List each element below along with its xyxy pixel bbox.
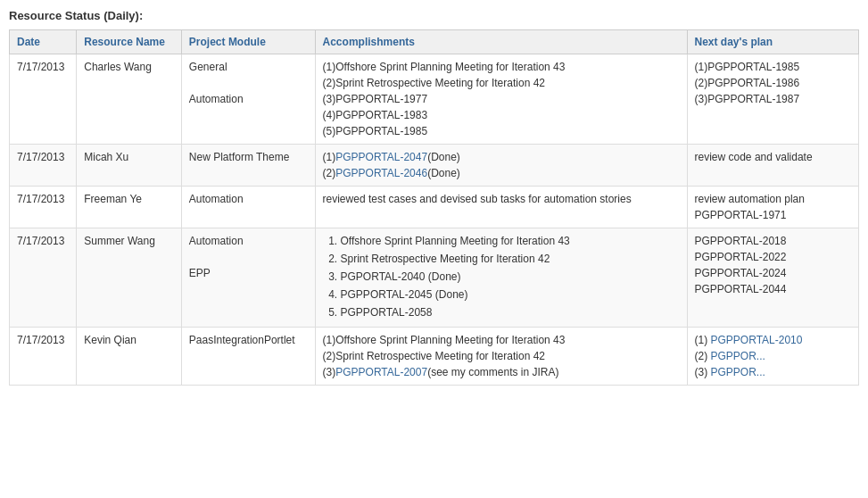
cell-nextday: review automation planPGPPORTAL-1971 [687, 187, 858, 228]
cell-resource: Charles Wang [77, 54, 182, 145]
table-row: 7/17/2013Freeman YeAutomationreviewed te… [10, 187, 859, 228]
cell-nextday: PGPPORTAL-2018PGPPORTAL-2022PGPPORTAL-20… [687, 228, 858, 328]
page-title: Resource Status (Daily): [9, 9, 859, 22]
list-item: PGPPORTAL-2045 (Done) [341, 286, 680, 303]
jira-link-nextday[interactable]: PGPPORTAL-2010 [711, 334, 803, 346]
cell-nextday: (1)PGPPORTAL-1985(2)PGPPORTAL-1986(3)PGP… [687, 54, 858, 145]
cell-nextday: review code and validate [687, 145, 858, 187]
table-header-row: Date Resource Name Project Module Accomp… [10, 30, 859, 54]
table-row: 7/17/2013Charles WangGeneralAutomation(1… [10, 54, 859, 145]
header-accomplishments: Accomplishments [315, 30, 687, 54]
cell-resource: Summer Wang [77, 228, 182, 328]
list-item: PGPORTAL-2040 (Done) [341, 269, 680, 285]
cell-module: PaasIntegrationPortlet [181, 328, 315, 386]
cell-resource: Micah Xu [77, 145, 182, 187]
cell-module: GeneralAutomation [181, 54, 315, 145]
cell-accomplishments: reviewed test cases and devised sub task… [315, 187, 687, 228]
list-item: Offshore Sprint Planning Meeting for Ite… [341, 233, 680, 249]
table-row: 7/17/2013Micah XuNew Platform Theme(1)PG… [10, 145, 859, 187]
header-resource: Resource Name [77, 30, 182, 54]
accomplishments-list: Offshore Sprint Planning Meeting for Ite… [341, 233, 680, 320]
cell-module: AutomationEPP [181, 228, 315, 328]
cell-accomplishments: (1)Offshore Sprint Planning Meeting for … [315, 54, 687, 145]
cell-nextday: (1) PGPPORTAL-2010(2) PGPPOR...(3) PGPPO… [687, 328, 858, 386]
cell-module: Automation [181, 187, 315, 228]
cell-date: 7/17/2013 [10, 145, 77, 187]
jira-link-nextday[interactable]: PGPPOR... [711, 350, 765, 362]
cell-accomplishments: (1)PGPPORTAL-2047(Done)(2)PGPPORTAL-2046… [315, 145, 687, 187]
table-row: 7/17/2013Kevin QianPaasIntegrationPortle… [10, 328, 859, 386]
cell-accomplishments: Offshore Sprint Planning Meeting for Ite… [315, 228, 687, 328]
resource-status-table: Date Resource Name Project Module Accomp… [9, 29, 859, 386]
header-nextday: Next day's plan [687, 30, 858, 54]
jira-link[interactable]: PGPPORTAL-2007 [335, 366, 427, 378]
cell-accomplishments: (1)Offshore Sprint Planning Meeting for … [315, 328, 687, 386]
cell-date: 7/17/2013 [10, 228, 77, 328]
cell-resource: Kevin Qian [77, 328, 182, 386]
cell-date: 7/17/2013 [10, 328, 77, 386]
jira-link[interactable]: PGPPORTAL-2047 [335, 151, 427, 163]
jira-link[interactable]: PGPPORTAL-2046 [335, 167, 427, 179]
page-container: Resource Status (Daily): Date Resource N… [0, 0, 868, 394]
list-item: Sprint Retrospective Meeting for Iterati… [341, 251, 680, 267]
jira-link-nextday[interactable]: PGPPOR... [711, 366, 765, 378]
cell-date: 7/17/2013 [10, 187, 77, 228]
cell-resource: Freeman Ye [77, 187, 182, 228]
cell-date: 7/17/2013 [10, 54, 77, 145]
table-row: 7/17/2013Summer WangAutomationEPPOffshor… [10, 228, 859, 328]
cell-module: New Platform Theme [181, 145, 315, 187]
header-module: Project Module [181, 30, 315, 54]
list-item: PGPPORTAL-2058 [341, 304, 680, 320]
header-date: Date [10, 30, 77, 54]
